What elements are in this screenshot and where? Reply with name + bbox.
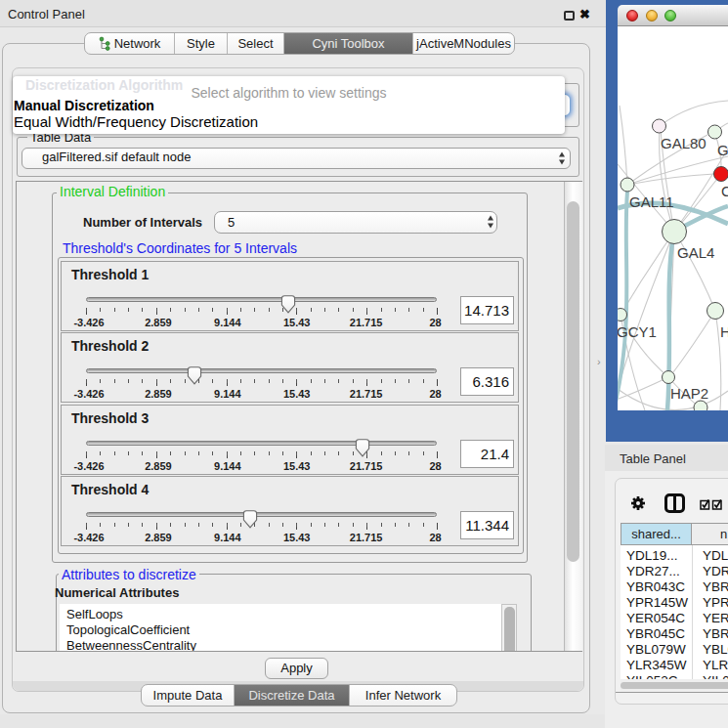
svg-text:GAL80: GAL80: [661, 135, 707, 151]
svg-text:GAL11: GAL11: [629, 193, 674, 210]
svg-text:GAL4: GAL4: [677, 244, 714, 261]
svg-text:G.: G.: [717, 142, 728, 158]
svg-text:H: H: [720, 323, 728, 340]
svg-text:C: C: [721, 183, 728, 199]
svg-text:GCY1: GCY1: [618, 323, 657, 340]
svg-text:HAP2: HAP2: [670, 385, 708, 402]
